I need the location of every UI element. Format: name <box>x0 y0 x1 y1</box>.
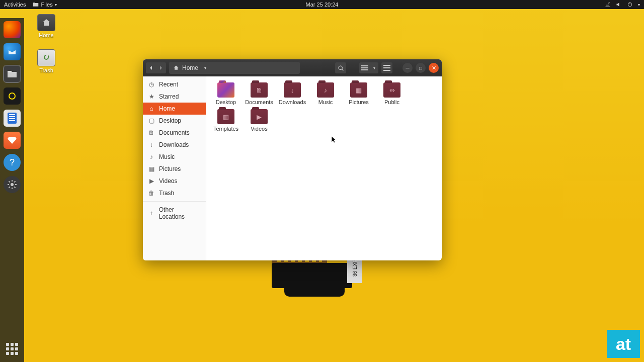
dock-thunderbird[interactable] <box>4 43 21 60</box>
sidebar-item-label: Downloads <box>159 141 189 148</box>
folder-desktop[interactable]: Desktop <box>209 81 243 106</box>
svg-point-3 <box>11 183 14 186</box>
dock-rhythmbox[interactable] <box>4 87 21 105</box>
svg-point-12 <box>339 66 342 69</box>
dock-firefox[interactable] <box>4 21 21 38</box>
search-button[interactable] <box>335 62 346 73</box>
dock-writer[interactable] <box>4 110 21 127</box>
home-icon: ⌂ <box>148 105 155 112</box>
star-icon: ★ <box>148 93 155 100</box>
sidebar-item-videos[interactable]: ▶Videos <box>143 175 206 187</box>
sidebar-item-documents[interactable]: 🗎Documents <box>143 127 206 139</box>
show-applications-button[interactable] <box>6 343 18 355</box>
folder-icon <box>33 2 39 8</box>
trash-icon: 🗑 <box>148 190 155 197</box>
system-menu-chevron-icon[interactable]: ▾ <box>638 3 640 7</box>
desktop-icon-home[interactable]: Home <box>31 14 61 38</box>
folder-downloads[interactable]: ↓Downloads <box>276 81 309 106</box>
titlebar: Home ▾ ▾ ─ □ ✕ <box>143 59 442 76</box>
desktop-icon-label: Home <box>39 32 53 38</box>
sidebar-item-trash[interactable]: 🗑Trash <box>143 187 206 199</box>
back-button[interactable] <box>146 62 156 73</box>
folder-icon <box>217 82 234 98</box>
folder-icon: 🗎 <box>251 82 268 98</box>
view-toggle: ▾ <box>359 62 378 73</box>
desktop-icon-label: Trash <box>39 67 53 73</box>
hamburger-menu-button[interactable] <box>381 62 392 73</box>
sidebar-item-downloads[interactable]: ↓Downloads <box>143 139 206 151</box>
home-icon <box>37 14 55 31</box>
folder-label: Downloads <box>279 99 306 105</box>
chevron-down-icon: ▾ <box>204 66 206 70</box>
folder-public[interactable]: ⇔Public <box>375 81 409 106</box>
folder-label: Templates <box>213 126 238 132</box>
view-dropdown-button[interactable]: ▾ <box>370 62 378 73</box>
folder-icon: ⇔ <box>383 82 400 98</box>
document-icon: 🗎 <box>148 129 155 136</box>
network-icon[interactable] <box>605 2 611 8</box>
sidebar-item-recent[interactable]: ◷Recent <box>143 78 206 90</box>
app-menu-label: Files <box>41 2 52 8</box>
sidebar-item-label: Pictures <box>159 165 181 172</box>
top-panel: Activities Files ▾ Mar 25 20:24 ▾ <box>0 0 644 9</box>
dock: ? <box>0 18 24 362</box>
sidebar-item-pictures[interactable]: ▦Pictures <box>143 163 206 175</box>
sidebar-item-label: Documents <box>159 129 190 136</box>
minimize-button[interactable]: ─ <box>403 63 413 73</box>
desktop: 36 EXP ? Home Trash <box>0 9 644 362</box>
folder-music[interactable]: ♪Music <box>309 81 342 106</box>
download-icon: ↓ <box>148 141 155 148</box>
clock[interactable]: Mar 25 20:24 <box>306 2 339 8</box>
close-button[interactable]: ✕ <box>429 63 439 73</box>
folder-label: Music <box>318 99 333 105</box>
folder-label: Public <box>384 99 399 105</box>
svg-rect-14 <box>361 65 368 66</box>
desktop-icon-trash[interactable]: Trash <box>31 49 61 73</box>
svg-rect-17 <box>383 65 390 66</box>
sidebar-item-label: Recent <box>159 81 178 88</box>
svg-rect-2 <box>8 72 17 77</box>
files-window: Home ▾ ▾ ─ □ ✕ ◷Recent <box>143 59 442 260</box>
dock-software[interactable] <box>4 132 21 149</box>
svg-rect-15 <box>361 67 368 68</box>
folder-label: Pictures <box>349 99 369 105</box>
path-bar[interactable]: Home ▾ <box>169 62 300 74</box>
sidebar-item-label: Videos <box>159 177 177 185</box>
folder-icon: ↓ <box>284 82 301 98</box>
sidebar-item-home[interactable]: ⌂Home <box>143 103 206 115</box>
list-view-button[interactable] <box>359 62 370 73</box>
sidebar-item-other-locations[interactable]: +Other Locations <box>143 204 206 223</box>
power-icon[interactable] <box>627 2 633 8</box>
sidebar: ◷Recent ★Starred ⌂Home ▢Desktop 🗎Documen… <box>143 76 206 260</box>
dock-settings[interactable] <box>4 176 21 193</box>
app-menu[interactable]: Files ▾ <box>33 2 56 8</box>
folder-grid[interactable]: Desktop 🗎Documents ↓Downloads ♪Music ▦Pi… <box>206 76 442 260</box>
forward-button[interactable] <box>156 62 166 73</box>
folder-icon: ▥ <box>217 109 234 124</box>
folder-pictures[interactable]: ▦Pictures <box>342 81 375 106</box>
svg-rect-18 <box>383 67 390 68</box>
folder-icon: ▶ <box>251 109 268 124</box>
folder-videos[interactable]: ▶Videos <box>243 108 276 133</box>
watermark-badge: at <box>607 330 640 358</box>
sidebar-item-starred[interactable]: ★Starred <box>143 90 206 103</box>
nav-buttons <box>146 62 166 73</box>
svg-line-10 <box>9 187 10 188</box>
dock-files[interactable] <box>4 65 21 82</box>
sidebar-item-label: Starred <box>159 93 179 100</box>
sidebar-item-desktop[interactable]: ▢Desktop <box>143 115 206 127</box>
activities-button[interactable]: Activities <box>4 2 26 8</box>
maximize-button[interactable]: □ <box>416 63 426 73</box>
svg-rect-19 <box>383 70 390 71</box>
trash-icon <box>37 49 55 66</box>
home-icon <box>173 65 179 71</box>
folder-templates[interactable]: ▥Templates <box>209 108 243 133</box>
sidebar-item-music[interactable]: ♪Music <box>143 151 206 163</box>
sidebar-item-label: Desktop <box>159 117 181 124</box>
desktop-icon: ▢ <box>148 117 155 124</box>
svg-line-9 <box>14 187 15 188</box>
folder-documents[interactable]: 🗎Documents <box>243 81 276 106</box>
svg-line-11 <box>14 182 15 183</box>
volume-icon[interactable] <box>616 2 622 8</box>
dock-help[interactable]: ? <box>4 154 21 171</box>
